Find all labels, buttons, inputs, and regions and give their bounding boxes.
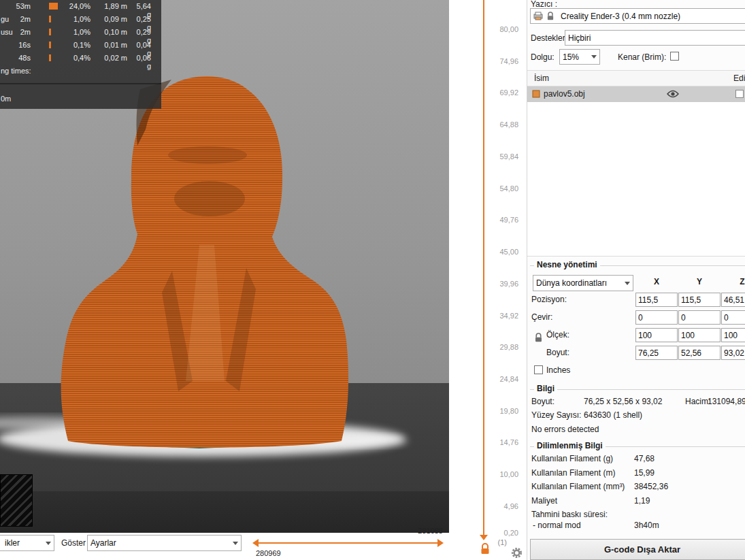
- info-faces-value: 643630 (1 shell): [584, 411, 642, 420]
- om-input-3-z[interactable]: [721, 346, 745, 360]
- 3d-viewport[interactable]: 53m24,0%1,89 m5,64 ggu2m1,0%0,09 m0,25 g…: [0, 0, 449, 533]
- stats-separator: [0, 83, 161, 84]
- info-faces-label: Yüzey Sayısı:: [531, 411, 581, 420]
- printer-icon: [533, 12, 543, 20]
- info-title: Bilgi: [534, 384, 557, 393]
- ruler-tick-label: 80,00: [476, 25, 518, 34]
- stats-row-time: 2m: [0, 28, 31, 36]
- sliced-row-label: Maliyet: [531, 496, 557, 506]
- object-list: İsim Edi pavlov5.obj: [527, 70, 745, 257]
- axis-header-x: X: [635, 277, 678, 286]
- om-input-0-y[interactable]: [678, 293, 721, 307]
- stats-color-swatch: [49, 29, 51, 35]
- sliced-row-value: 1,19: [634, 496, 650, 506]
- om-input-2-x[interactable]: [635, 328, 678, 342]
- stats-row-length: 1,89 m: [95, 2, 127, 10]
- vertical-layer-slider[interactable]: [483, 0, 484, 536]
- table-row[interactable]: pavlov5.obj: [527, 86, 745, 102]
- slicer-panel: Yazıcı : Creality Ender-3 (0.4 mm nozzle…: [527, 0, 745, 560]
- print-stats-overlay: 53m24,0%1,89 m5,64 ggu2m1,0%0,09 m0,25 g…: [0, 0, 161, 109]
- chevron-down-icon: [625, 282, 630, 285]
- infill-select[interactable]: 15%: [559, 49, 600, 65]
- object-list-header: İsim Edi: [527, 71, 745, 86]
- object-name: pavlov5.obj: [544, 90, 585, 99]
- row-action-icon[interactable]: [735, 90, 744, 98]
- stats-color-swatch: [49, 42, 51, 48]
- stats-row-percent: 0,4%: [60, 54, 90, 62]
- object-icon: [532, 90, 540, 98]
- show-mode-select[interactable]: Ayarlar: [87, 535, 242, 551]
- ruler-tick-label: 59,84: [476, 152, 518, 161]
- stats-row: 53m24,0%1,89 m5,64 g: [0, 0, 161, 13]
- infill-label: Dolgu:: [531, 53, 554, 62]
- stats-row-percent: 1,0%: [60, 15, 90, 23]
- ruler-tick-label: 74,96: [476, 57, 518, 66]
- om-row-label: Boyut:: [546, 348, 569, 357]
- slider-left-arrow-icon[interactable]: [252, 539, 259, 547]
- axis-header-y: Y: [678, 277, 721, 286]
- supports-label: Destekler:: [531, 34, 567, 43]
- info-size-label: Boyut:: [531, 397, 554, 406]
- om-input-0-x[interactable]: [635, 293, 678, 307]
- left-view-select[interactable]: ikler: [0, 535, 54, 551]
- sliced-row-label: Kullanılan Filament (m): [531, 468, 615, 478]
- line-range-slider[interactable]: [252, 538, 444, 548]
- ruler-tick-label: 4,96: [476, 502, 518, 511]
- inches-checkbox[interactable]: [534, 365, 543, 374]
- om-input-3-x[interactable]: [635, 346, 678, 360]
- stats-rows: 53m24,0%1,89 m5,64 ggu2m1,0%0,09 m0,25 g…: [0, 0, 161, 65]
- info-volume-value: 131094,89: [708, 397, 745, 406]
- stats-row-percent: 1,0%: [60, 28, 90, 36]
- printing-times-label: ng times:: [1, 67, 31, 75]
- slider-right-arrow-icon[interactable]: [437, 539, 444, 547]
- info-size-value: 76,25 x 52,56 x 93,02: [584, 397, 662, 406]
- stats-row-percent: 0,1%: [60, 41, 90, 49]
- ruler-tick-label: 34,92: [476, 312, 518, 320]
- chevron-down-icon: [46, 542, 51, 545]
- sliced-row-value: 15,99: [634, 468, 655, 478]
- ruler-tick-label: 39,96: [476, 280, 518, 289]
- printer-select[interactable]: Creality Ender-3 (0.4 mm nozzle): [530, 8, 745, 24]
- export-gcode-button[interactable]: G-code Dışa Aktar: [530, 539, 745, 560]
- ruler-tick-label: 24,84: [476, 375, 518, 384]
- scale-lock-icon[interactable]: [534, 333, 543, 343]
- sliced-mode-value: 3h40m: [634, 521, 659, 530]
- stats-row: usu2m1,0%0,10 m0,29 g: [0, 26, 161, 39]
- stats-row-length: 0,02 m: [95, 54, 127, 62]
- brim-checkbox[interactable]: [670, 52, 679, 61]
- show-label: Göster: [61, 538, 86, 548]
- slider-track[interactable]: [256, 542, 440, 544]
- ruler-tick-label: 45,00: [476, 248, 518, 257]
- eye-icon[interactable]: [667, 90, 679, 98]
- om-input-2-y[interactable]: [678, 328, 721, 342]
- om-input-1-x[interactable]: [635, 310, 678, 325]
- om-row-label: Pozisyon:: [531, 295, 567, 304]
- layer-lock-icon[interactable]: [480, 543, 491, 555]
- om-input-1-z[interactable]: [721, 310, 745, 325]
- stats-row-length: 0,09 m: [95, 15, 127, 23]
- ruler-tick-label: 10,00: [476, 470, 518, 479]
- stats-row: 48s0,4%0,02 m0,06 g: [0, 52, 161, 65]
- om-input-2-z[interactable]: [721, 328, 745, 342]
- om-input-1-y[interactable]: [678, 310, 721, 325]
- supports-select[interactable]: Hiçbiri: [565, 30, 745, 46]
- sliced-title: Dilimlenmiş Bilgi: [534, 442, 606, 450]
- info-border: [530, 389, 745, 390]
- stats-row: 16s0,1%0,01 m0,04 g: [0, 39, 161, 52]
- stats-row-time: 53m: [0, 2, 31, 10]
- om-input-3-y[interactable]: [678, 346, 721, 360]
- sliced-row-value: 47,68: [634, 454, 655, 463]
- stats-row-time: 48s: [0, 54, 31, 62]
- stats-color-swatch: [49, 3, 58, 10]
- axis-header-z: Z: [721, 277, 745, 286]
- printer-select-value: Creality Ender-3 (0.4 mm nozzle): [561, 12, 745, 21]
- sliced-row-label: Kullanılan Filament (mm³): [531, 482, 625, 491]
- sliced-row-value: 38452,36: [634, 482, 668, 491]
- gear-icon[interactable]: [510, 546, 523, 559]
- coordinates-select[interactable]: Dünya koordinatları: [533, 275, 633, 291]
- stats-row-time: 16s: [0, 41, 31, 49]
- ruler-tick-label: 14,76: [476, 438, 518, 447]
- supports-select-value: Hiçbiri: [568, 33, 745, 43]
- stats-row-percent: 24,0%: [60, 2, 90, 10]
- om-input-0-z[interactable]: [721, 293, 745, 307]
